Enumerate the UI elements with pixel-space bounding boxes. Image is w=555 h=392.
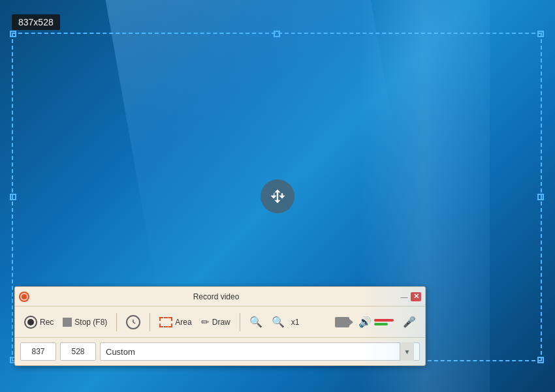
zoom-level-label: x1 [291,318,300,327]
pencil-icon: ✏ [201,316,210,328]
speaker-icon: 🔊 [358,316,372,328]
close-button[interactable]: ✕ [411,292,421,301]
stop-icon [63,318,72,327]
handle-top-right[interactable] [537,31,544,37]
timer-svg [129,318,137,326]
rec-dot-icon [27,319,34,325]
title-bar-left [19,292,33,302]
volume-bar-red [374,319,394,322]
volume-bar-green [374,323,388,325]
minimize-button[interactable]: — [399,292,409,301]
rec-circle-icon [24,316,37,329]
bottom-bar: Custom ▼ [15,338,425,365]
handle-middle-right[interactable] [537,194,544,200]
camera-icon [335,317,349,327]
microphone-button[interactable]: 🎤 [400,314,419,329]
record-panel: Record video — ✕ Rec Stop (F8) [14,286,426,366]
toolbar: Rec Stop (F8) Area [15,307,425,338]
timer-button[interactable] [123,314,143,331]
height-input[interactable] [60,342,96,361]
microphone-icon: 🎤 [403,316,416,328]
separator-3 [240,313,240,331]
dimension-label: 837x528 [12,14,60,30]
preset-dropdown[interactable]: Custom ▼ [100,342,420,361]
window-title: Record video [33,292,399,301]
handle-bottom-right[interactable] [537,357,544,363]
separator-1 [116,313,117,331]
desktop: 837x528 Record video — ✕ [0,0,555,392]
area-icon [159,317,172,327]
draw-button[interactable]: ✏ Draw [198,315,233,329]
camera-button[interactable] [332,316,352,329]
rec-label: Rec [40,318,54,327]
timer-icon [126,315,140,329]
stop-button[interactable]: Stop (F8) [60,316,110,328]
width-input[interactable] [20,342,56,361]
draw-label: Draw [212,318,230,327]
handle-middle-left[interactable] [10,194,16,200]
handle-top-left[interactable] [10,31,16,37]
stop-label: Stop (F8) [74,318,107,327]
speaker-button[interactable]: 🔊 [356,314,396,329]
zoom-out-button[interactable]: 🔍 [269,314,287,329]
dropdown-arrow-icon[interactable]: ▼ [400,342,414,361]
preset-label: Custom [106,347,135,357]
area-label: Area [175,318,191,327]
move-cursor-icon [261,179,294,213]
svg-line-1 [133,322,135,324]
separator-2 [150,313,150,331]
rec-button[interactable]: Rec [22,314,56,330]
right-icons: 🔊 🎤 [332,314,419,329]
zoom-out-icon: 🔍 [272,316,285,328]
zoom-in-button[interactable]: 🔍 [247,314,265,329]
app-icon [19,292,29,302]
area-button[interactable]: Area [157,316,194,329]
title-bar: Record video — ✕ [15,287,425,307]
title-bar-controls: — ✕ [399,292,421,301]
handle-top-middle[interactable] [274,31,280,37]
zoom-in-icon: 🔍 [249,316,262,328]
volume-bars [374,319,394,325]
move-svg-icon [268,187,287,205]
